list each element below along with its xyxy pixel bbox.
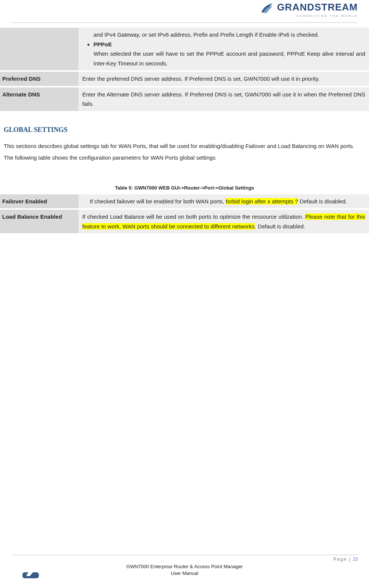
config-row-desc: Enter the preferred DNS server address. … bbox=[79, 71, 369, 87]
config-row-label: Failover Enabled bbox=[0, 194, 79, 209]
config-row-desc: and IPv4 Gateway, or set IPv6 address, P… bbox=[79, 27, 369, 71]
bullet-title: PPPoE bbox=[93, 41, 112, 47]
page-number: Page | 23 bbox=[11, 557, 358, 562]
brand-swoosh-icon bbox=[261, 3, 273, 15]
footer-brand-icon bbox=[22, 563, 39, 578]
footer-title-line2: User Manual bbox=[171, 570, 199, 576]
config-row-desc: If checked failover will be enabled for … bbox=[79, 194, 369, 209]
footer-title-line1: GWN7000 Enterprise Router & Access Point… bbox=[126, 564, 243, 569]
config-row-desc: Enter the Alternate DNS server address. … bbox=[79, 87, 369, 111]
brand-name: GRANDSTREAM bbox=[277, 1, 358, 13]
brand-logo: GRANDSTREAM CONNECTING THE WORLD bbox=[261, 2, 358, 18]
config-row-desc: If checked Load Balance will be used on … bbox=[79, 209, 369, 233]
brand-tagline: CONNECTING THE WORLD bbox=[261, 15, 358, 18]
highlight-text: forbid login after x attempts ? bbox=[226, 198, 298, 204]
table-row: and IPv4 Gateway, or set IPv6 address, P… bbox=[0, 27, 369, 71]
config-row-label: Preferred DNS bbox=[0, 71, 79, 87]
desc-text: If checked failover will be enabled for … bbox=[90, 198, 226, 204]
bullet-item: PPPoE When selected the user will have t… bbox=[93, 40, 365, 68]
bullet-prev-desc: and IPv4 Gateway, or set IPv6 address, P… bbox=[82, 30, 365, 40]
desc-text: If checked Load Balance will be used on … bbox=[82, 213, 305, 220]
config-row-label: Alternate DNS bbox=[0, 87, 79, 111]
config-row-label: Load Balance Enabled bbox=[0, 209, 79, 233]
table-caption: Table 5: GWN7000 WEB GUI->Router->Port->… bbox=[0, 185, 369, 191]
footer-title: GWN7000 Enterprise Router & Access Point… bbox=[11, 563, 358, 577]
bullet-desc: When selected the user will have to set … bbox=[93, 49, 365, 68]
paragraph: This sections describes global settings … bbox=[4, 141, 365, 151]
section-heading-global-settings: GLOBAL SETTINGS bbox=[4, 126, 369, 134]
page-content: and IPv4 Gateway, or set IPv6 address, P… bbox=[0, 26, 369, 233]
desc-text: . Default is disabled. bbox=[255, 223, 305, 230]
table-row: Failover Enabled If checked failover wil… bbox=[0, 194, 369, 209]
page-number-value: 23 bbox=[353, 557, 358, 562]
footer-divider bbox=[11, 555, 358, 555]
config-table-2: Failover Enabled If checked failover wil… bbox=[0, 193, 369, 234]
table-row: Alternate DNS Enter the Alternate DNS se… bbox=[0, 87, 369, 111]
config-table-1: and IPv4 Gateway, or set IPv6 address, P… bbox=[0, 26, 369, 111]
config-row-label bbox=[0, 27, 79, 71]
page-label: Page | bbox=[333, 557, 351, 562]
paragraph: The following table shows the configurat… bbox=[4, 153, 365, 163]
table-row: Preferred DNS Enter the preferred DNS se… bbox=[0, 71, 369, 87]
page-footer: Page | 23 GWN7000 Enterprise Router & Ac… bbox=[11, 555, 358, 577]
table-row: Load Balance Enabled If checked Load Bal… bbox=[0, 209, 369, 233]
header-divider bbox=[11, 22, 358, 23]
desc-text: Default is disabled. bbox=[298, 198, 347, 204]
